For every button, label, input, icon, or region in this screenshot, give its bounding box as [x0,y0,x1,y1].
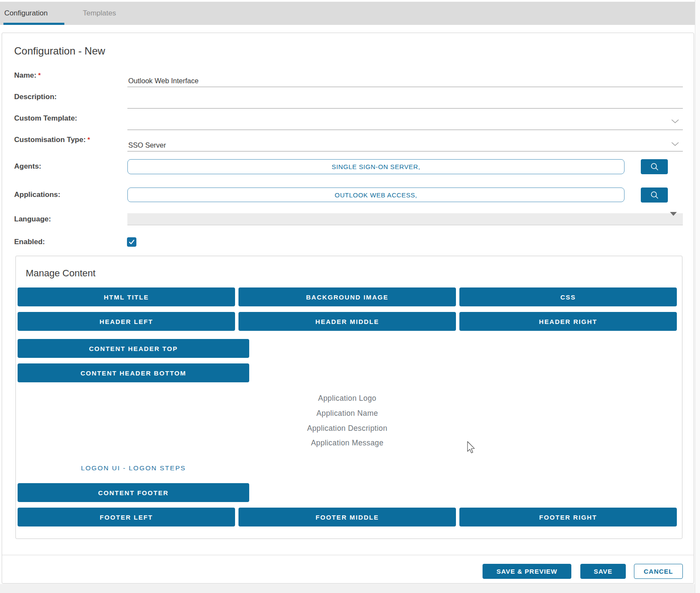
page: Configuration Templates Configuration - … [0,0,700,593]
manage-content-row-2: HEADER LEFT HEADER MIDDLE HEADER RIGHT [18,312,677,331]
manage-content-row-1: HTML TITLE BACKGROUND IMAGE CSS [18,287,677,306]
agents-label: Agents: [14,162,41,171]
description-field-wrap [127,90,683,109]
manage-content-footer-row: FOOTER LEFT FOOTER MIDDLE FOOTER RIGHT [18,508,677,526]
checkmark-icon [128,239,135,245]
tab-templates[interactable]: Templates [83,2,116,25]
footer-left-button[interactable]: FOOTER LEFT [18,508,235,526]
search-icon [650,191,659,200]
cancel-button[interactable]: CANCEL [634,564,683,579]
custom-template-label: Custom Template: [14,114,77,123]
description-label: Description: [14,93,57,101]
custom-template-input[interactable] [128,120,660,128]
chevron-down-icon[interactable] [671,142,679,146]
save-button[interactable]: SAVE [580,564,626,579]
agents-field[interactable]: SINGLE SIGN-ON SERVER, [127,159,625,174]
manage-content-title: Manage Content [26,268,96,279]
enabled-checkbox[interactable] [127,237,136,247]
tab-bar: Configuration Templates [0,2,695,25]
applications-search-button[interactable] [641,188,668,203]
active-tab-indicator [3,23,64,25]
css-button[interactable]: CSS [459,287,677,306]
scrollbar-track[interactable] [695,0,700,593]
content-header-top-button[interactable]: CONTENT HEADER TOP [18,339,249,358]
page-title: Configuration - New [14,45,105,57]
background-image-button[interactable]: BACKGROUND IMAGE [238,287,456,306]
name-input[interactable] [128,77,660,85]
name-label: Name:* [14,71,41,80]
tab-configuration[interactable]: Configuration [4,2,48,25]
description-input[interactable] [128,98,660,106]
html-title-button[interactable]: HTML TITLE [18,287,235,306]
content-header-bottom-button[interactable]: CONTENT HEADER BOTTOM [18,363,249,382]
chevron-down-icon[interactable] [671,119,679,123]
agents-search-button[interactable] [641,159,668,174]
save-and-preview-button[interactable]: SAVE & PREVIEW [483,564,571,579]
logon-ui-logon-steps-link[interactable]: LOGON UI - LOGON STEPS [18,464,249,472]
search-icon [650,162,659,172]
application-message-placeholder: Application Message [18,439,677,449]
header-middle-button[interactable]: HEADER MIDDLE [238,312,456,331]
name-field-wrap [127,69,683,87]
footer-right-button[interactable]: FOOTER RIGHT [459,508,677,526]
language-label: Language: [14,215,51,224]
enabled-label: Enabled: [14,238,45,246]
required-asterisk: * [38,71,41,79]
footer-divider [2,555,694,555]
language-select [127,213,683,225]
header-left-button[interactable]: HEADER LEFT [18,312,235,331]
applications-label: Applications: [14,191,60,199]
content-footer-button[interactable]: CONTENT FOOTER [18,483,249,502]
footer-middle-button[interactable]: FOOTER MIDDLE [238,508,456,526]
customisation-type-input[interactable] [128,141,660,149]
dropdown-arrow-icon[interactable] [670,212,677,216]
required-asterisk: * [88,136,90,143]
application-logo-placeholder: Application Logo [18,394,677,404]
customisation-type-label: Customisation Type:* [14,136,90,144]
application-name-placeholder: Application Name [18,409,677,419]
application-description-placeholder: Application Description [18,424,677,434]
custom-template-field-wrap [127,112,683,130]
header-right-button[interactable]: HEADER RIGHT [459,312,677,331]
applications-field[interactable]: OUTLOOK WEB ACCESS, [127,188,625,202]
page-bottom-background [0,584,695,593]
customisation-type-field-wrap [127,133,683,151]
